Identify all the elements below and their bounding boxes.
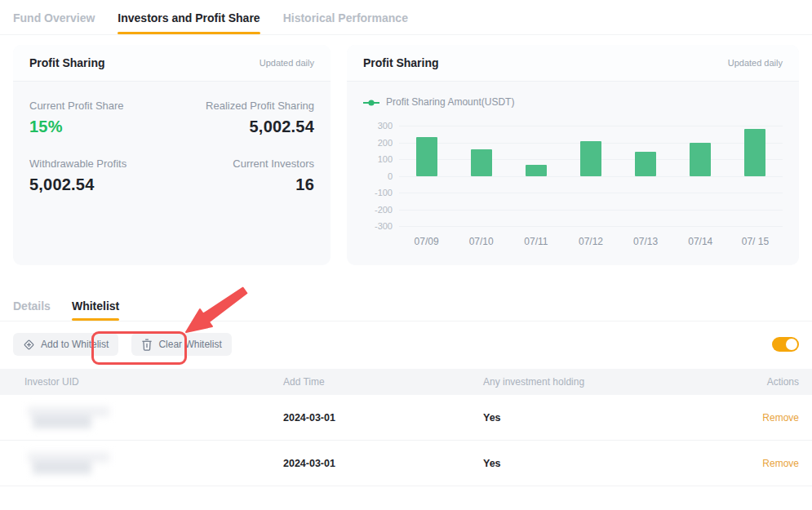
legend-label: Profit Sharing Amount(USDT) <box>386 96 514 108</box>
stats-updated-daily-label: Updated daily <box>260 58 314 68</box>
whitelist-table: Investor UID Add Time Any investment hol… <box>0 369 812 486</box>
col-add-time: Add Time <box>283 376 483 388</box>
y-tick-label: 0 <box>363 171 393 181</box>
clear-whitelist-button[interactable]: Clear Whitelist <box>131 333 231 356</box>
table-header-row: Investor UID Add Time Any investment hol… <box>0 369 812 395</box>
chart-card-header: Profit Sharing Updated daily <box>347 45 799 82</box>
whitelist-toggle[interactable] <box>772 337 799 352</box>
profit-sharing-stats-card: Profit Sharing Updated daily Current Pro… <box>13 45 331 265</box>
add-to-whitelist-button[interactable]: Add to Whitelist <box>13 333 118 356</box>
sub-tab-bar: Details Whitelist <box>0 299 812 322</box>
y-tick-label: -100 <box>363 188 393 197</box>
stat-label: Realized Profit Sharing <box>206 100 314 112</box>
gridline <box>399 193 783 193</box>
stats-row-1: Current Profit Share 15% Realized Profit… <box>29 100 314 136</box>
chart-card-title: Profit Sharing <box>363 56 439 69</box>
chart-card-body: Profit Sharing Amount(USDT) 3002001000-1… <box>347 82 799 247</box>
gridline <box>399 210 783 211</box>
cards-row: Profit Sharing Updated daily Current Pro… <box>0 45 812 265</box>
y-tick-label: -300 <box>363 221 393 231</box>
x-tick-label: 07/09 <box>399 236 454 247</box>
add-to-whitelist-label: Add to Whitelist <box>41 339 109 350</box>
y-tick-label: 200 <box>363 138 393 148</box>
stat-value: 15% <box>29 118 124 136</box>
table-row: 2024-03-01 Yes Remove <box>0 441 812 486</box>
clear-whitelist-label: Clear Whitelist <box>158 339 221 350</box>
subtab-details[interactable]: Details <box>13 299 51 321</box>
diamond-plus-icon <box>23 339 35 351</box>
stat-withdrawable-profits: Withdrawable Profits 5,002.54 <box>29 157 126 194</box>
stat-current-investors: Current Investors 16 <box>233 157 314 194</box>
whitelist-toolbar: Add to Whitelist Clear Whitelist <box>0 331 812 357</box>
stats-card-title: Profit Sharing <box>29 56 105 69</box>
stat-label: Current Investors <box>233 157 314 170</box>
stat-value: 5,002.54 <box>29 175 126 194</box>
toggle-knob <box>786 339 797 350</box>
investor-uid-redacted <box>24 452 283 475</box>
y-tick-label: 100 <box>363 154 393 164</box>
tab-investors-profit-share[interactable]: Investors and Profit Share <box>118 11 260 34</box>
stat-value: 5,002.54 <box>206 118 314 136</box>
investor-uid-redacted <box>24 406 283 429</box>
x-tick-label: 07/ 15 <box>728 236 783 247</box>
chart-updated-daily-label: Updated daily <box>728 58 783 68</box>
y-tick-label: 300 <box>363 121 393 131</box>
gridline <box>399 176 783 177</box>
tab-fund-overview[interactable]: Fund Overview <box>13 11 95 34</box>
stat-label: Withdrawable Profits <box>29 157 126 170</box>
stats-row-2: Withdrawable Profits 5,002.54 Current In… <box>29 157 314 194</box>
stat-label: Current Profit Share <box>29 100 124 112</box>
trash-icon <box>141 339 153 351</box>
col-investor-uid: Investor UID <box>24 376 283 388</box>
top-tab-bar: Fund Overview Investors and Profit Share… <box>0 0 812 35</box>
tab-historical-performance[interactable]: Historical Performance <box>283 11 408 34</box>
col-actions: Actions <box>725 376 799 388</box>
bar-07-09 <box>416 137 437 175</box>
gridline <box>399 126 783 126</box>
gridline <box>399 226 783 227</box>
stats-card-body: Current Profit Share 15% Realized Profit… <box>13 82 331 194</box>
remove-link[interactable]: Remove <box>762 412 799 424</box>
holding-value: Yes <box>483 412 725 424</box>
x-tick-label: 07/11 <box>508 236 563 247</box>
chart-plot: 3002001000-100-200-300 <box>399 126 783 226</box>
stat-current-profit-share: Current Profit Share 15% <box>29 100 124 136</box>
x-tick-label: 07/10 <box>454 236 508 247</box>
y-tick-label: -200 <box>363 205 393 215</box>
bar-07-14 <box>690 143 711 175</box>
x-tick-label: 07/14 <box>673 236 728 247</box>
bar-07-12 <box>580 141 601 175</box>
page: Fund Overview Investors and Profit Share… <box>0 0 812 510</box>
x-tick-label: 07/13 <box>619 236 673 247</box>
bar-07-10 <box>471 149 492 175</box>
subtab-whitelist[interactable]: Whitelist <box>72 299 119 321</box>
bar-07-11 <box>526 165 547 176</box>
redacted-uid-block <box>24 406 114 429</box>
stat-value: 16 <box>233 175 314 194</box>
add-time-value: 2024-03-01 <box>283 458 483 469</box>
stat-realized-profit-sharing: Realized Profit Sharing 5,002.54 <box>206 100 314 136</box>
table-row: 2024-03-01 Yes Remove <box>0 395 812 441</box>
chart-x-axis: 07/0907/1007/1107/1207/1307/1407/ 15 <box>399 236 783 247</box>
holding-value: Yes <box>483 458 725 469</box>
bar-07-13 <box>635 152 656 175</box>
bar-07--15 <box>744 129 765 176</box>
profit-sharing-chart-card: Profit Sharing Updated daily Profit Shar… <box>347 45 799 265</box>
chart-plot-wrap: 3002001000-100-200-300 07/0907/1007/1107… <box>399 126 783 247</box>
stats-card-header: Profit Sharing Updated daily <box>13 45 331 82</box>
x-tick-label: 07/12 <box>563 236 618 247</box>
chart-legend: Profit Sharing Amount(USDT) <box>363 95 783 109</box>
add-time-value: 2024-03-01 <box>283 412 483 424</box>
col-any-investment-holding: Any investment holding <box>483 376 725 388</box>
redacted-uid-block <box>24 452 114 475</box>
legend-line-dot-icon <box>363 95 379 109</box>
remove-link[interactable]: Remove <box>762 458 799 469</box>
